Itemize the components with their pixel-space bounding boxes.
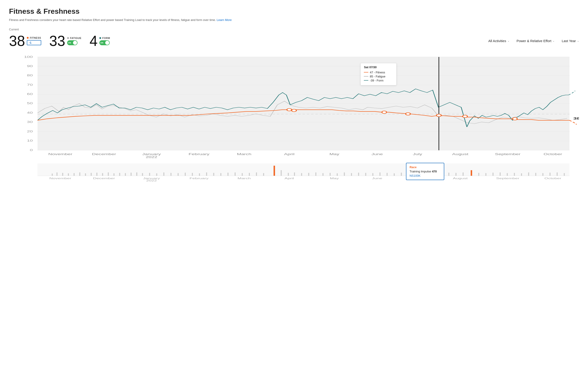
svg-rect-79 bbox=[249, 173, 250, 176]
svg-rect-123 bbox=[564, 173, 565, 176]
svg-rect-118 bbox=[528, 172, 529, 176]
fatigue-dot bbox=[67, 37, 69, 39]
svg-rect-115 bbox=[507, 173, 508, 176]
svg-rect-95 bbox=[365, 173, 366, 176]
tooltip-form-row: -39 - Form bbox=[364, 79, 393, 82]
activity-type-label: Race bbox=[410, 165, 441, 169]
svg-rect-111 bbox=[478, 173, 479, 176]
page-title: Fitness & Freshness bbox=[9, 7, 579, 16]
svg-rect-122 bbox=[557, 172, 557, 176]
svg-rect-58 bbox=[108, 172, 109, 176]
svg-rect-76 bbox=[228, 173, 228, 176]
svg-text:February: February bbox=[189, 153, 210, 156]
tooltip-fatigue-value: 85 - Fatigue bbox=[370, 75, 385, 78]
learn-more-link[interactable]: Learn More bbox=[217, 18, 232, 22]
svg-text:60: 60 bbox=[27, 92, 33, 96]
svg-rect-49 bbox=[57, 172, 57, 176]
svg-rect-47 bbox=[38, 163, 570, 176]
main-chart: 0 10 20 30 40 50 60 70 80 90 100 38 bbox=[9, 55, 579, 162]
svg-text:August: August bbox=[452, 153, 468, 156]
svg-rect-60 bbox=[119, 173, 120, 176]
form-info: FORM bbox=[99, 37, 110, 45]
svg-rect-69 bbox=[177, 173, 178, 176]
svg-rect-68 bbox=[171, 173, 172, 176]
tooltip-date: Sat 07/30 bbox=[364, 65, 393, 69]
time-range-label: Last Year bbox=[562, 39, 576, 43]
activities-label: All Activities bbox=[488, 39, 506, 43]
training-impulse-label: Training Impulse bbox=[410, 170, 431, 173]
svg-point-31 bbox=[437, 114, 441, 117]
fatigue-toggle[interactable] bbox=[67, 40, 77, 45]
svg-text:March: March bbox=[238, 177, 251, 179]
svg-rect-119 bbox=[535, 173, 536, 176]
fatigue-label-row: FATIGUE bbox=[67, 37, 82, 39]
tooltip-fitness-value: 47 - Fitness bbox=[370, 71, 385, 74]
tooltip-form-line bbox=[364, 80, 368, 81]
svg-text:90: 90 bbox=[27, 65, 33, 67]
svg-rect-120 bbox=[543, 173, 543, 176]
svg-text:September: September bbox=[495, 153, 520, 156]
svg-rect-48 bbox=[52, 174, 53, 176]
svg-rect-81 bbox=[263, 173, 264, 176]
training-impulse: Training Impulse 470 bbox=[410, 170, 441, 173]
tooltip-form-value: -39 - Form bbox=[370, 79, 383, 82]
chart-container: 0 10 20 30 40 50 60 70 80 90 100 38 bbox=[9, 55, 579, 182]
svg-rect-54 bbox=[85, 173, 86, 176]
svg-text:2022: 2022 bbox=[146, 179, 157, 181]
time-range-dropdown[interactable]: Last Year ⌄ bbox=[562, 38, 579, 44]
svg-text:38: 38 bbox=[573, 117, 579, 120]
svg-point-29 bbox=[382, 111, 387, 113]
svg-rect-57 bbox=[102, 173, 103, 176]
svg-rect-87 bbox=[308, 173, 309, 176]
svg-rect-98 bbox=[387, 173, 387, 176]
svg-rect-78 bbox=[242, 173, 243, 176]
svg-rect-86 bbox=[301, 173, 302, 176]
svg-rect-117 bbox=[521, 173, 522, 176]
mini-chart: November December January 2022 February … bbox=[9, 163, 579, 181]
svg-text:March: March bbox=[237, 153, 251, 156]
svg-rect-61 bbox=[125, 173, 126, 176]
fitness-dot bbox=[27, 37, 29, 39]
metric-type-chevron-icon: ⌄ bbox=[553, 40, 554, 42]
tooltip-fitness-row: 47 - Fitness bbox=[364, 71, 393, 74]
form-toggle[interactable] bbox=[99, 40, 110, 45]
svg-rect-85 bbox=[294, 172, 295, 176]
fitness-metric: 38 FITNESS -1 bbox=[9, 34, 41, 48]
svg-rect-51 bbox=[68, 173, 69, 176]
svg-rect-63 bbox=[136, 172, 137, 176]
fitness-label: FITNESS bbox=[30, 36, 41, 39]
metrics-row: 38 FITNESS -1 33 FATIGUE 4 FORM bbox=[9, 34, 579, 48]
svg-text:December: December bbox=[92, 153, 116, 156]
activities-dropdown[interactable]: All Activities ⌄ bbox=[488, 38, 509, 44]
svg-rect-116 bbox=[514, 173, 515, 176]
svg-rect-107 bbox=[448, 173, 449, 176]
activity-name: NS100K bbox=[410, 174, 441, 177]
svg-rect-62 bbox=[131, 173, 132, 176]
svg-rect-75 bbox=[220, 173, 221, 176]
svg-rect-109 bbox=[462, 172, 463, 176]
svg-rect-67 bbox=[163, 172, 164, 176]
svg-text:August: August bbox=[453, 177, 468, 179]
svg-text:May: May bbox=[330, 177, 339, 179]
metric-type-dropdown[interactable]: Power & Relative Effort ⌄ bbox=[517, 38, 555, 44]
time-range-chevron-icon: ⌄ bbox=[577, 40, 579, 42]
svg-rect-91 bbox=[337, 173, 338, 176]
svg-text:October: October bbox=[544, 153, 562, 156]
svg-rect-80 bbox=[256, 172, 257, 176]
svg-text:30: 30 bbox=[27, 120, 33, 124]
svg-text:80: 80 bbox=[27, 74, 33, 77]
svg-point-33 bbox=[513, 118, 517, 120]
svg-text:October: October bbox=[545, 177, 562, 179]
svg-rect-108 bbox=[455, 173, 456, 176]
svg-rect-64 bbox=[142, 173, 143, 176]
form-value: 4 bbox=[89, 34, 98, 48]
svg-rect-96 bbox=[372, 173, 373, 176]
svg-rect-84 bbox=[288, 173, 289, 176]
form-dot bbox=[99, 37, 101, 39]
svg-rect-97 bbox=[380, 172, 380, 176]
tooltip-fatigue-row: 85 - Fatigue bbox=[364, 75, 393, 78]
svg-rect-53 bbox=[79, 172, 80, 176]
svg-rect-83 bbox=[281, 170, 282, 176]
fitness-change-badge: -1 bbox=[27, 40, 41, 45]
svg-text:November: November bbox=[49, 177, 71, 179]
